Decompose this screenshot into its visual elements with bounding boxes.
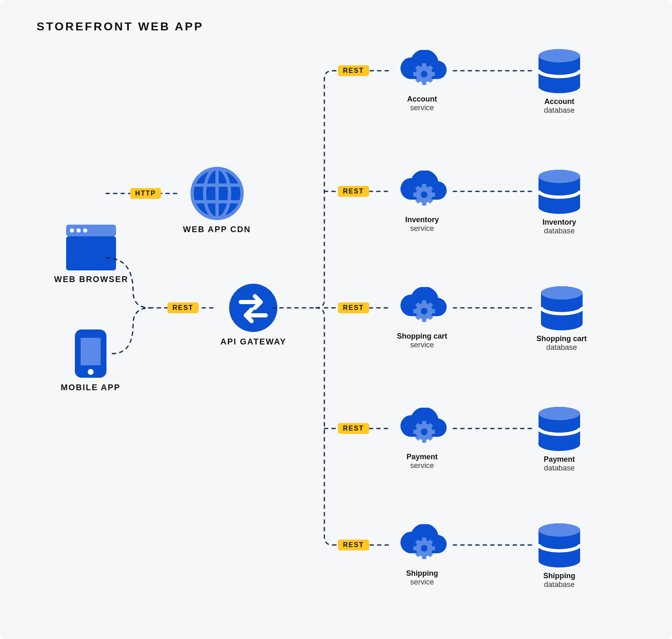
smartphone-icon [74,329,107,379]
protocol-badge-rest-gateway: REST [168,302,199,313]
svg-line-33 [417,187,420,191]
svg-line-45 [417,304,420,307]
service-name: Inventory [405,215,439,224]
service-name: Shopping cart [397,332,447,341]
database-sub: database [544,464,575,473]
protocol-badge-rest-0: REST [338,65,369,76]
cloud-service-icon [395,287,449,329]
cloud-service-icon [395,524,449,566]
database-sub: database [544,106,575,115]
svg-rect-4 [66,236,116,270]
service-node-payment: Payment service [395,408,449,470]
svg-point-7 [88,369,94,375]
cloud-service-icon [395,50,449,92]
database-node-inventory: Inventory database [536,169,582,235]
protocol-badge-rest-4: REST [338,540,369,550]
database-icon [536,48,582,94]
svg-point-1 [70,228,74,233]
svg-point-26 [539,49,580,62]
svg-line-24 [428,67,432,70]
protocol-badge-rest-3: REST [338,423,369,434]
svg-line-21 [417,67,420,70]
diagram-title: STOREFRONT WEB APP [37,20,204,33]
database-node-account: Account database [536,48,582,115]
mobile-app-node: MOBILE APP [61,329,121,392]
database-name: Payment [544,455,575,464]
svg-point-62 [539,407,580,420]
web-browser-node: WEB BROWSER [54,225,128,284]
service-sub: service [410,578,434,587]
svg-line-36 [428,187,432,191]
svg-point-3 [83,228,87,233]
cdn-label: WEB APP CDN [183,225,251,234]
database-name: Inventory [542,218,576,227]
cdn-node: WEB APP CDN [183,166,251,234]
svg-point-50 [541,286,583,300]
svg-point-2 [77,228,81,233]
svg-line-60 [428,424,432,428]
database-sub: database [544,580,575,589]
svg-line-71 [417,552,420,556]
svg-line-69 [417,541,420,544]
service-name: Account [407,95,437,104]
service-name: Payment [406,453,437,461]
mobile-app-label: MOBILE APP [61,383,121,392]
svg-line-72 [428,541,432,544]
database-sub: database [544,227,575,235]
protocol-badge-http: HTTP [130,188,161,199]
globe-icon [190,166,244,220]
database-icon [536,523,582,568]
api-gateway-label: API GATEWAY [220,337,287,347]
svg-line-34 [428,199,432,202]
database-name: Shopping cart [536,334,587,343]
service-node-cart: Shopping cart service [395,287,449,349]
protocol-badge-rest-2: REST [338,302,369,313]
svg-line-48 [428,304,432,307]
diagram-canvas: STOREFRONT WEB APP WEB BROWSER MOBILE AP… [0,0,672,639]
svg-point-74 [539,523,580,537]
protocol-badge-rest-1: REST [338,186,369,197]
service-sub: service [410,104,434,112]
svg-point-16 [421,71,427,77]
svg-point-64 [421,545,427,552]
svg-point-38 [539,170,580,183]
service-sub: service [410,461,434,470]
cloud-service-icon [395,171,449,212]
cloud-service-icon [395,408,449,449]
svg-point-52 [421,428,427,435]
api-gateway-node: API GATEWAY [220,283,287,347]
database-name: Account [544,97,574,106]
svg-line-57 [417,424,420,428]
service-sub: service [410,224,434,233]
svg-line-47 [417,315,420,319]
svg-line-22 [428,78,432,82]
api-gateway-icon [228,283,278,333]
database-sub: database [546,343,577,352]
svg-point-28 [421,191,427,198]
database-icon [536,406,582,452]
svg-line-59 [417,436,420,439]
database-name: Shipping [544,572,576,580]
browser-window-icon [66,225,116,270]
svg-line-35 [417,199,420,202]
svg-point-40 [421,308,427,315]
svg-line-23 [417,78,420,82]
svg-rect-6 [81,338,101,365]
service-sub: service [410,341,434,349]
web-browser-label: WEB BROWSER [54,275,128,284]
database-node-cart: Shopping cart database [536,285,587,352]
service-name: Shipping [406,569,438,578]
svg-line-70 [428,552,432,556]
service-node-account: Account service [395,50,449,112]
svg-line-46 [428,315,432,319]
service-node-shipping: Shipping service [395,524,449,587]
database-icon [536,169,582,215]
database-node-shipping: Shipping database [536,523,582,589]
svg-line-58 [428,436,432,439]
database-icon [539,285,585,331]
database-node-payment: Payment database [536,406,582,473]
service-node-inventory: Inventory service [395,171,449,233]
